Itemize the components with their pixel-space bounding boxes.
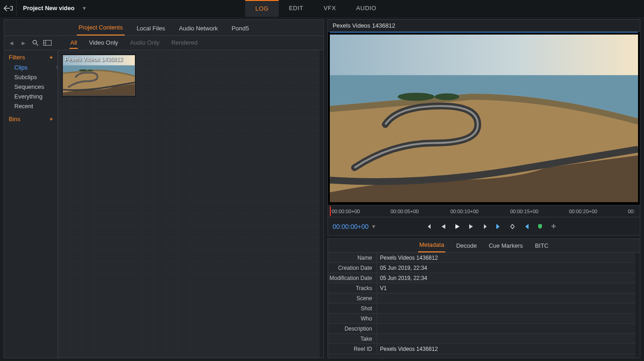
add-icon[interactable]: ✚ bbox=[550, 222, 558, 231]
sidebar-item-clips[interactable]: Clips bbox=[4, 63, 58, 72]
nav-tab-edit[interactable]: EDIT bbox=[279, 0, 314, 17]
sidebar-bins-label: Bins bbox=[9, 116, 20, 122]
filter-tab-rendered[interactable]: Rendered bbox=[170, 37, 198, 49]
sidebar-filters-header[interactable]: Filters + bbox=[4, 53, 58, 62]
metadata-value[interactable] bbox=[377, 314, 640, 323]
metadata-value[interactable]: V1 bbox=[377, 283, 640, 293]
metadata-label: Modification Date bbox=[328, 275, 377, 281]
sidebar-item-everything[interactable]: Everything bbox=[4, 92, 58, 101]
nav-tab-vfx[interactable]: VFX bbox=[314, 0, 346, 17]
mark-in-icon[interactable] bbox=[494, 222, 503, 231]
playhead-icon[interactable] bbox=[330, 206, 331, 216]
metadata-label: Who bbox=[328, 315, 377, 322]
plus-icon[interactable]: + bbox=[49, 54, 53, 61]
viewer[interactable] bbox=[328, 31, 640, 205]
metadata-value[interactable]: 05 Jun 2019, 22:34 bbox=[377, 273, 640, 283]
filter-tab-video-only[interactable]: Video Only bbox=[88, 37, 119, 49]
metadata-value[interactable] bbox=[377, 303, 640, 313]
metadata-row: Modification Date05 Jun 2019, 22:34 bbox=[328, 273, 640, 283]
viewer-title: Pexels Videos 1436812 bbox=[328, 19, 640, 31]
svg-point-5 bbox=[33, 41, 37, 44]
project-dropdown-icon[interactable]: ▾ bbox=[83, 5, 86, 12]
source-tab-pond5[interactable]: Pond5 bbox=[230, 22, 251, 35]
metadata-row: Shot bbox=[328, 303, 640, 314]
nav-tab-audio[interactable]: AUDIO bbox=[346, 0, 386, 17]
go-start-icon[interactable] bbox=[426, 222, 434, 231]
meta-tab-metadata[interactable]: Metadata bbox=[418, 239, 445, 252]
nav-tab-log[interactable]: LOG bbox=[245, 0, 279, 17]
metadata-label: Name bbox=[328, 255, 377, 261]
source-tab-project-contents[interactable]: Project Contents bbox=[77, 21, 125, 35]
filter-tab-audio-only[interactable]: Audio Only bbox=[129, 37, 161, 49]
main-nav: LOG EDIT VFX AUDIO bbox=[245, 0, 386, 17]
metadata-value[interactable] bbox=[377, 334, 640, 344]
source-tab-audio-network[interactable]: Audio Network bbox=[177, 22, 220, 35]
timeline-tick: 00:00:20+00 bbox=[569, 209, 597, 214]
viewer-timeline[interactable]: 00:00:00+00 00:00:05+00 00:00:10+00 00:0… bbox=[328, 205, 640, 217]
metadata-label: Reel ID bbox=[328, 346, 377, 352]
metadata-row: TracksV1 bbox=[328, 283, 640, 293]
nav-fwd-icon[interactable]: ► bbox=[19, 38, 28, 47]
sidebar-item-recent[interactable]: Recent bbox=[4, 101, 58, 111]
project-title: Project New video bbox=[17, 5, 81, 12]
back-icon[interactable] bbox=[0, 0, 17, 17]
metadata-row: Description bbox=[328, 324, 640, 334]
metadata-label: Shot bbox=[328, 305, 377, 312]
search-icon[interactable] bbox=[31, 38, 40, 47]
metadata-label: Scene bbox=[328, 295, 377, 302]
metadata-row: Creation Date05 Jun 2019, 22:34 bbox=[328, 263, 640, 273]
source-tab-local-files[interactable]: Local Files bbox=[135, 22, 167, 35]
timeline-tick: 00: bbox=[628, 209, 635, 214]
sidebar-filters-label: Filters bbox=[9, 54, 25, 61]
metadata-label: Take bbox=[328, 336, 377, 342]
browser-source-tabs: Project Contents Local Files Audio Netwo… bbox=[4, 20, 323, 35]
play-icon[interactable] bbox=[453, 222, 461, 231]
metadata-value[interactable]: Pexels Videos 1436812 bbox=[377, 344, 640, 354]
metadata-value[interactable]: Pexels Videos 1436812 bbox=[377, 253, 640, 262]
metadata-value[interactable] bbox=[377, 324, 640, 333]
nav-back-icon[interactable]: ◄ bbox=[7, 38, 16, 47]
metadata-row: NamePexels Videos 1436812 bbox=[328, 253, 640, 263]
filter-tab-all[interactable]: All bbox=[69, 37, 78, 49]
timeline-tick: 00:00:10+00 bbox=[450, 209, 478, 214]
sidebar-item-subclips[interactable]: Subclips bbox=[4, 72, 58, 82]
sidebar-bins-header[interactable]: Bins + bbox=[4, 115, 58, 123]
go-end-icon[interactable] bbox=[481, 222, 489, 231]
metadata-label: Tracks bbox=[328, 285, 377, 291]
add-marker-icon[interactable] bbox=[536, 222, 544, 231]
timecode-display[interactable]: 00:00:00+00 bbox=[333, 223, 368, 230]
timeline-tick: 00:00:00+00 bbox=[332, 209, 360, 214]
metadata-row: Reel IDPexels Videos 1436812 bbox=[328, 344, 640, 354]
metadata-label: Creation Date bbox=[328, 265, 377, 271]
meta-tab-cue-markers[interactable]: Cue Markers bbox=[488, 240, 523, 252]
metadata-label: Description bbox=[328, 326, 377, 332]
plus-icon[interactable]: + bbox=[49, 116, 53, 122]
meta-tab-decode[interactable]: Decode bbox=[455, 240, 478, 252]
timeline-tick: 00:00:05+00 bbox=[391, 209, 419, 214]
step-fwd-icon[interactable] bbox=[467, 222, 475, 231]
sidebar-item-sequences[interactable]: Sequences bbox=[4, 82, 58, 92]
svg-rect-10 bbox=[496, 224, 497, 229]
mark-out-icon[interactable] bbox=[522, 222, 530, 231]
timeline-tick: 00:00:15+00 bbox=[510, 209, 538, 214]
meta-tab-bitc[interactable]: BITC bbox=[534, 240, 550, 252]
svg-rect-11 bbox=[528, 224, 529, 229]
metadata-value[interactable] bbox=[377, 293, 640, 303]
metadata-value[interactable]: 05 Jun 2019, 22:34 bbox=[377, 263, 640, 273]
timecode-dropdown-icon[interactable]: ▾ bbox=[372, 223, 375, 230]
step-back-icon[interactable] bbox=[439, 222, 448, 231]
clip-grid[interactable]: Pexels Videos 1436812 bbox=[58, 50, 323, 358]
view-mode-icon[interactable] bbox=[43, 38, 52, 47]
clip-thumbnail-label: Pexels Videos 1436812 bbox=[65, 56, 123, 63]
clear-marks-icon[interactable] bbox=[508, 222, 517, 231]
svg-line-6 bbox=[36, 44, 38, 46]
metadata-row: Scene bbox=[328, 293, 640, 303]
metadata-row: Who bbox=[328, 314, 640, 324]
clip-thumbnail[interactable]: Pexels Videos 1436812 bbox=[63, 55, 135, 96]
metadata-row: Take bbox=[328, 334, 640, 344]
